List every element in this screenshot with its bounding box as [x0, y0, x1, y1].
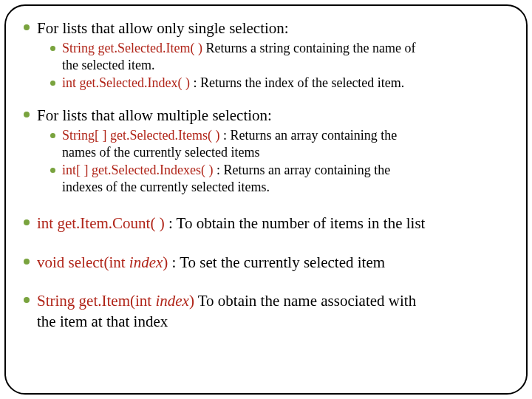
- method-desc-a: : Returns an array containing the: [213, 163, 390, 177]
- bullet-icon: [24, 259, 30, 265]
- heading-multiple-selection: For lists that allow multiple selection:: [37, 105, 272, 126]
- method-signature: String get.Selected.Item( ): [62, 41, 202, 55]
- method-desc-a: Returns a string containing the name of: [202, 41, 415, 55]
- method-getselecteditem: String get.Selected.Item( ) Returns a st…: [50, 40, 508, 73]
- method-desc: : To set the currently selected item: [168, 253, 385, 271]
- method-signature-b: ): [189, 292, 194, 310]
- heading-single-selection: For lists that allow only single selecti…: [37, 18, 289, 38]
- method-desc: : Returns the index of the selected item…: [190, 75, 404, 90]
- bullet-icon: [50, 168, 55, 173]
- section-single-selection: For lists that allow only single selecti…: [24, 18, 508, 38]
- bullet-icon: [24, 112, 30, 117]
- method-param: index: [155, 292, 188, 310]
- method-desc-b: the item at that index: [37, 313, 168, 330]
- method-text: String[ ] get.Selected.Items( ) : Return…: [62, 127, 397, 160]
- bullet-icon: [24, 219, 30, 225]
- method-desc-b: indexes of the currently selected items.: [62, 180, 270, 194]
- method-signature: int get.Selected.Index( ): [62, 75, 190, 90]
- method-text: int get.Item.Count( ) : To obtain the nu…: [37, 213, 425, 233]
- bullet-icon: [50, 81, 55, 86]
- method-select: void select(int index) : To set the curr…: [24, 252, 508, 273]
- method-param: index: [129, 253, 163, 271]
- method-desc-b: the selected item.: [62, 58, 154, 72]
- method-desc-a: : Returns an array containing the: [219, 128, 397, 143]
- method-text: String get.Item(int index) To obtain the…: [37, 290, 416, 332]
- method-desc-b: names of the currently selected items: [62, 145, 259, 160]
- method-getselectedindex: int get.Selected.Index( ) : Returns the …: [50, 75, 508, 92]
- method-getselecteditems: String[ ] get.Selected.Items( ) : Return…: [50, 127, 508, 160]
- method-signature-a: void select(int: [37, 253, 129, 271]
- method-text: int[ ] get.Selected.Indexes( ) : Returns…: [62, 162, 390, 195]
- method-signature-a: String get.Item(int: [37, 292, 155, 310]
- method-text: int get.Selected.Index( ) : Returns the …: [62, 75, 404, 92]
- method-getselectedindexes: int[ ] get.Selected.Indexes( ) : Returns…: [50, 162, 508, 195]
- method-desc-a: To obtain the name associated with: [194, 292, 416, 310]
- bullet-icon: [50, 133, 55, 138]
- method-signature: int get.Item.Count( ): [37, 214, 165, 232]
- bullet-icon: [24, 24, 30, 30]
- method-text: String get.Selected.Item( ) Returns a st…: [62, 40, 415, 73]
- sublist-multiple: String[ ] get.Selected.Items( ) : Return…: [50, 127, 508, 195]
- slide-frame: For lists that allow only single selecti…: [4, 4, 528, 395]
- sublist-single: String get.Selected.Item( ) Returns a st…: [50, 40, 508, 92]
- method-getitem: String get.Item(int index) To obtain the…: [24, 290, 508, 332]
- method-getitemcount: int get.Item.Count( ) : To obtain the nu…: [24, 213, 508, 233]
- method-desc: : To obtain the number of items in the l…: [165, 214, 426, 232]
- method-signature: String[ ] get.Selected.Items( ): [62, 128, 219, 143]
- section-multiple-selection: For lists that allow multiple selection:: [24, 105, 508, 126]
- method-signature: int[ ] get.Selected.Indexes( ): [62, 163, 213, 177]
- method-text: void select(int index) : To set the curr…: [37, 252, 385, 273]
- bullet-icon: [24, 297, 30, 303]
- bullet-icon: [50, 46, 55, 51]
